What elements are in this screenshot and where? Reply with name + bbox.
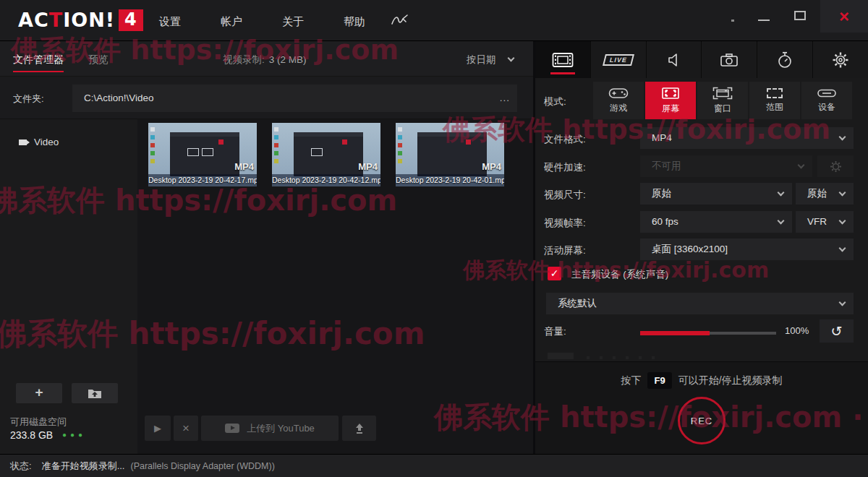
logo-text2: ION! xyxy=(63,9,115,31)
mode-label-text: 屏幕 xyxy=(662,103,679,115)
hotkey-prefix: 按下 xyxy=(621,374,641,386)
tab-file-manager[interactable]: 文件管理器 xyxy=(13,53,64,72)
delete-button[interactable]: × xyxy=(174,416,198,441)
thumb-app-window xyxy=(294,132,363,176)
tab-preview[interactable]: 预览 xyxy=(88,53,109,66)
logo-text-accent: T xyxy=(49,9,63,31)
mode-region[interactable]: 范围 xyxy=(749,82,800,119)
mode-window[interactable]: 窗口 xyxy=(697,82,748,119)
folder-path-field[interactable]: C:\Action!\Video ... xyxy=(72,85,517,112)
hotkey-suffix: 可以开始/停止视频录制 xyxy=(678,374,783,386)
menu-help[interactable]: 帮助 xyxy=(344,15,365,29)
framerate-dropdown[interactable]: 60 fps xyxy=(640,211,792,233)
mode-screen[interactable]: 屏幕 xyxy=(645,82,696,119)
volume-reset-button[interactable]: ↺ xyxy=(820,319,854,343)
gear-icon xyxy=(830,160,842,173)
mode-game[interactable]: 游戏 xyxy=(593,82,644,119)
title-bar: ACTION! 4 设置 帐户 关于 帮助 × xyxy=(0,0,868,41)
folder-open-icon xyxy=(88,387,102,399)
browse-button[interactable]: ... xyxy=(500,85,510,112)
screen-capture-icon xyxy=(661,87,680,100)
close-button[interactable]: × xyxy=(820,0,868,33)
record-button[interactable]: REC xyxy=(678,397,726,444)
chevron-down-icon xyxy=(839,218,846,225)
audio-device-checkbox-label: 主音频设备 (系统声音) xyxy=(571,268,668,281)
maximize-button[interactable] xyxy=(794,11,806,20)
hotkey-hint: 按下F9可以开始/停止视频录制 xyxy=(535,372,868,389)
active-screen-dropdown[interactable]: 桌面 [3360x2100] xyxy=(640,239,854,260)
framerate-value: 60 fps xyxy=(652,216,678,227)
framerate-mode-dropdown[interactable]: VFR xyxy=(796,211,854,233)
sort-by-date-dropdown[interactable]: 按日期 xyxy=(467,53,496,66)
active-screen-value: 桌面 [3360x2100] xyxy=(652,244,728,254)
upload-arrow-icon xyxy=(354,423,365,434)
video-thumbnail[interactable]: MP4 Desktop 2023-2-19 20-42-12.mp4 xyxy=(272,123,380,186)
chevron-down-icon xyxy=(839,299,846,306)
record-control-area: 按下F9可以开始/停止视频录制 REC xyxy=(535,361,868,454)
recording-settings-panel: LIVE xyxy=(535,41,868,454)
speaker-icon xyxy=(666,52,682,68)
video-size-value: 原始 xyxy=(652,188,671,199)
tab-screenshots[interactable] xyxy=(702,41,757,78)
video-size-unit-dropdown[interactable]: 原始 xyxy=(796,183,854,205)
volume-slider-fill xyxy=(640,331,710,335)
audio-device-checkbox[interactable]: ✓ xyxy=(548,267,561,280)
tab-benchmark[interactable] xyxy=(757,41,813,78)
play-button[interactable]: ▶ xyxy=(145,416,171,441)
audio-device-value: 系统默认 xyxy=(558,298,597,309)
folder-tree-sidebar: Video + 可用磁盘空间 233.8 GB ●●● xyxy=(0,119,137,454)
add-folder-button[interactable]: + xyxy=(16,383,62,403)
status-bar: 状态: 准备开始视频录制... (Parallels Display Adapt… xyxy=(0,454,868,477)
tab-audio-recording[interactable] xyxy=(647,41,702,78)
upload-youtube-label: 上传到 YouTube xyxy=(247,422,315,435)
mode-label: 模式: xyxy=(544,95,566,108)
tree-item-video[interactable]: Video xyxy=(19,137,59,147)
camera-icon xyxy=(720,52,739,68)
hw-accel-dropdown: 不可用 xyxy=(640,155,812,177)
disk-space-value: 233.8 GB xyxy=(10,429,53,441)
menu-account[interactable]: 帐户 xyxy=(221,15,242,29)
file-format-label: 文件格式: xyxy=(544,133,586,146)
video-file-list: MP4 Desktop 2023-2-19 20-42-17.mp4 MP4 D… xyxy=(137,119,533,454)
video-thumbnail[interactable]: MP4 Desktop 2023-2-19 20-42-01.mp4 xyxy=(396,123,504,186)
menu-about[interactable]: 关于 xyxy=(282,15,304,29)
pen-tool-icon[interactable] xyxy=(391,13,409,27)
tab-settings[interactable] xyxy=(813,41,868,78)
video-size-unit-value: 原始 xyxy=(807,188,827,199)
thumb-app-window xyxy=(170,132,239,176)
chevron-down-icon xyxy=(778,218,785,225)
chevron-down-icon xyxy=(839,134,846,141)
tab-video-recording[interactable] xyxy=(535,41,591,78)
folder-path-value: C:\Action!\Video xyxy=(84,93,154,103)
upload-youtube-button[interactable]: 上传到 YouTube xyxy=(201,416,339,441)
framerate-label: 视频帧率: xyxy=(544,217,586,230)
minimize-button[interactable] xyxy=(758,20,770,21)
mode-device[interactable]: 设备 xyxy=(801,82,852,119)
file-format-dropdown[interactable]: MP4 xyxy=(640,127,854,149)
region-icon xyxy=(767,88,783,98)
settings-tab-bar: LIVE xyxy=(535,41,868,78)
active-screen-label: 活动屏幕: xyxy=(544,244,586,257)
gamepad-icon xyxy=(608,87,629,99)
export-button[interactable] xyxy=(342,416,376,441)
youtube-icon xyxy=(225,424,239,433)
open-folder-button[interactable] xyxy=(72,383,118,403)
video-size-dropdown[interactable]: 原始 xyxy=(640,183,792,205)
live-icon: LIVE xyxy=(603,54,634,66)
file-manager-header: 文件管理器 预览 视频录制:3 (2 MB) 按日期 xyxy=(0,41,533,77)
thumb-desktop-icons xyxy=(398,127,403,167)
partial-next-section xyxy=(548,351,851,358)
framerate-mode-value: VFR xyxy=(807,216,827,227)
device-icon xyxy=(817,88,837,98)
hw-accel-label: 硬件加速: xyxy=(544,161,586,174)
audio-device-dropdown[interactable]: 系统默认 xyxy=(546,293,854,314)
volume-slider[interactable] xyxy=(640,332,776,335)
recordings-count-value: 3 (2 MB) xyxy=(269,54,307,65)
menu-settings[interactable]: 设置 xyxy=(159,15,181,29)
tab-live-streaming[interactable]: LIVE xyxy=(591,41,647,78)
format-badge: MP4 xyxy=(358,161,378,172)
volume-label: 音量: xyxy=(544,325,566,338)
chevron-down-icon xyxy=(508,55,515,62)
video-thumbnail[interactable]: MP4 Desktop 2023-2-19 20-42-17.mp4 xyxy=(148,123,257,186)
disk-status-dots: ●●● xyxy=(62,431,86,439)
